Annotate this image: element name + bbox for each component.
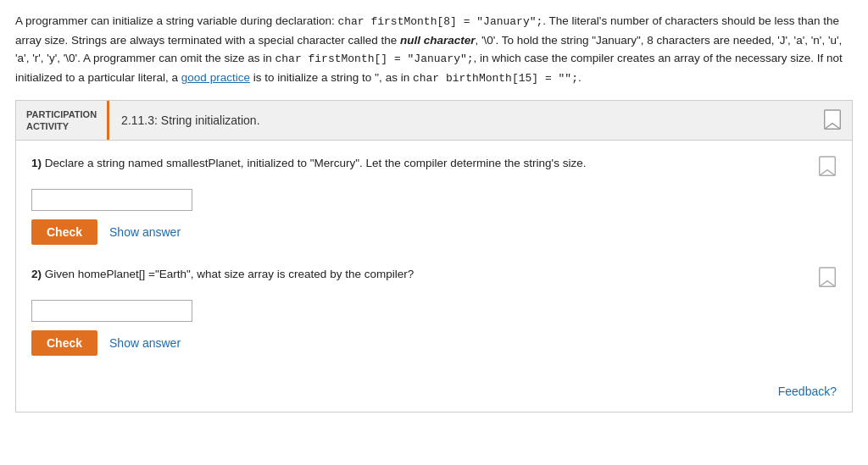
question-2-show-answer-button[interactable]: Show answer — [109, 336, 181, 350]
participation-label-line1: PARTICIPATION — [26, 108, 97, 120]
question-1-text: 1) Declare a string named smallestPlanet… — [31, 154, 818, 173]
question-1-input[interactable] — [31, 189, 192, 211]
header-bookmark-icon — [823, 109, 842, 131]
header-bookmark-wrap[interactable] — [813, 101, 852, 140]
question-1-bookmark-icon — [818, 156, 837, 178]
question-2-block: 2) Given homePlanet[] ="Earth", what siz… — [31, 265, 837, 356]
code-firstmonth2: char firstMonth[] = "January"; — [275, 53, 474, 65]
null-char-term: null character — [400, 34, 476, 47]
question-1-bookmark-wrap[interactable] — [818, 156, 837, 180]
question-1-show-answer-button[interactable]: Show answer — [109, 225, 181, 239]
svg-rect-1 — [820, 157, 836, 175]
participation-title: 2.11.3: String initialization. — [109, 101, 813, 140]
question-1-header: 1) Declare a string named smallestPlanet… — [31, 154, 837, 180]
feedback-link[interactable]: Feedback? — [778, 385, 837, 398]
question-2-check-button[interactable]: Check — [31, 330, 97, 356]
question-2-text: 2) Given homePlanet[] ="Earth", what siz… — [31, 265, 818, 284]
participation-label-line2: ACTIVITY — [26, 120, 97, 132]
feedback-row: Feedback? — [31, 376, 837, 398]
question-2-input[interactable] — [31, 300, 192, 322]
question-2-action-row: Check Show answer — [31, 330, 837, 356]
question-1-check-button[interactable]: Check — [31, 219, 97, 245]
question-1-number: 1) — [31, 157, 42, 169]
good-practice-link[interactable]: good practice — [181, 71, 250, 84]
participation-label: PARTICIPATION ACTIVITY — [16, 101, 109, 140]
question-1-block: 1) Declare a string named smallestPlanet… — [31, 154, 837, 245]
question-2-bookmark-wrap[interactable] — [818, 267, 837, 291]
participation-header: PARTICIPATION ACTIVITY 2.11.3: String in… — [15, 100, 853, 141]
question-2-number: 2) — [31, 268, 42, 280]
intro-text: A programmer can initialize a string var… — [15, 12, 853, 88]
question-2-bookmark-icon — [818, 267, 837, 289]
question-2-header: 2) Given homePlanet[] ="Earth", what siz… — [31, 265, 837, 291]
svg-rect-0 — [825, 110, 841, 129]
main-container: A programmer can initialize a string var… — [0, 0, 868, 421]
activity-panel: 1) Declare a string named smallestPlanet… — [15, 141, 853, 412]
code-firstmonth1: char firstMonth[8] = "January"; — [337, 15, 542, 28]
question-1-action-row: Check Show answer — [31, 219, 837, 245]
svg-rect-2 — [820, 268, 836, 286]
code-birthmonth: char birthMonth[15] = ""; — [413, 72, 578, 85]
